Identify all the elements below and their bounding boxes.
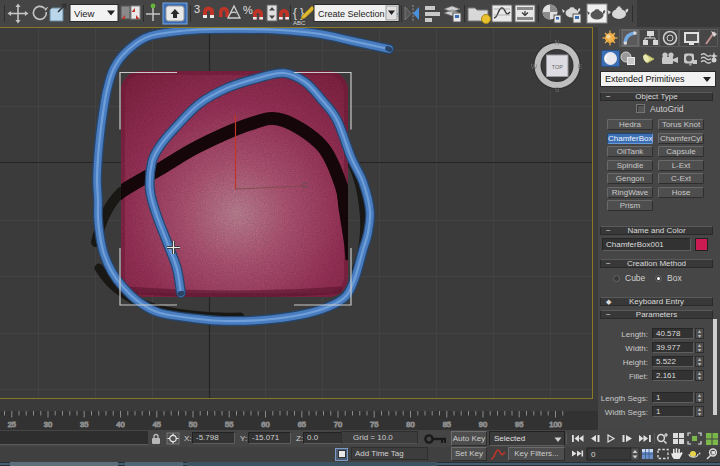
svg-text:W: W xyxy=(531,63,538,70)
svg-text:{: { xyxy=(293,6,297,20)
svg-text:25: 25 xyxy=(8,420,16,429)
svg-text:85: 85 xyxy=(443,420,451,429)
svg-text:45: 45 xyxy=(153,420,161,429)
svg-text:E: E xyxy=(578,63,583,70)
svg-text:%: % xyxy=(243,4,253,16)
svg-text:N: N xyxy=(554,39,559,46)
svg-text:ABC: ABC xyxy=(293,20,306,26)
svg-text:70: 70 xyxy=(334,420,342,429)
svg-text:90: 90 xyxy=(479,420,487,429)
svg-text:35: 35 xyxy=(80,420,88,429)
svg-text:View: View xyxy=(74,8,95,19)
svg-text:100: 100 xyxy=(549,420,562,429)
svg-text:TOP: TOP xyxy=(552,64,564,70)
svg-text:0: 0 xyxy=(591,450,596,459)
svg-text:40: 40 xyxy=(116,420,124,429)
svg-text:65: 65 xyxy=(298,420,306,429)
svg-text:55: 55 xyxy=(225,420,233,429)
svg-text:30: 30 xyxy=(44,420,52,429)
svg-text:3: 3 xyxy=(194,3,200,15)
svg-text:95: 95 xyxy=(515,420,523,429)
svg-text:75: 75 xyxy=(370,420,378,429)
svg-text:60: 60 xyxy=(261,420,269,429)
svg-text:80: 80 xyxy=(406,420,414,429)
svg-text:50: 50 xyxy=(189,420,197,429)
svg-text:S: S xyxy=(555,86,560,93)
